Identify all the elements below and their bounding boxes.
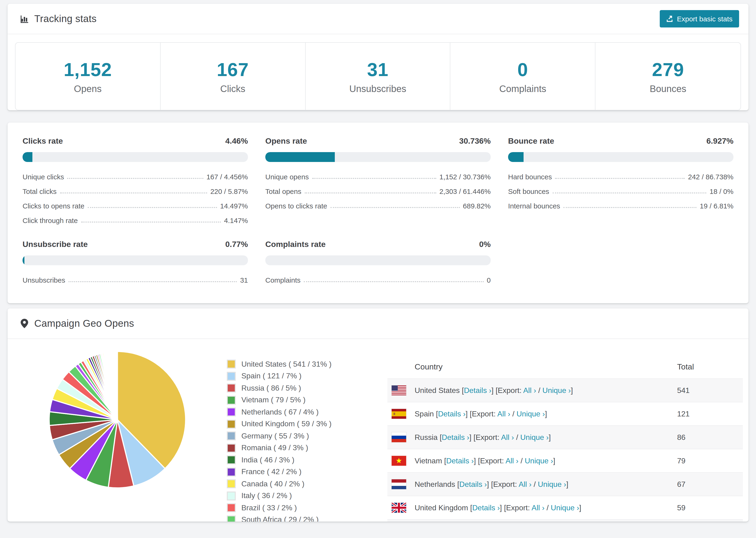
stat-label: Unique opens (265, 173, 309, 181)
export-unique-link[interactable]: Unique › (551, 504, 579, 511)
export-unique-link[interactable]: Unique › (516, 409, 545, 418)
export-all-link[interactable]: All › (519, 480, 531, 488)
rate-progress-track (265, 255, 491, 265)
legend-label: Brazil ( 33 / 2% ) (242, 504, 297, 512)
country-cell: Netherlands [Details ›] [Export: All › /… (415, 480, 677, 488)
legend-swatch (227, 456, 236, 464)
rate-title: Complaints rate (265, 240, 326, 249)
legend-swatch (227, 443, 236, 452)
bar-chart-icon (20, 14, 29, 24)
legend-item[interactable]: India ( 46 / 3% ) (227, 456, 382, 464)
legend-item[interactable]: Russia ( 86 / 5% ) (227, 384, 382, 393)
export-all-link[interactable]: All › (506, 457, 518, 464)
legend-item[interactable]: United Kingdom ( 59 / 3% ) (227, 419, 382, 428)
stat-label: Opens to clicks rate (265, 202, 327, 210)
legend-swatch (227, 431, 236, 440)
export-unique-link[interactable]: Unique › (538, 480, 566, 488)
export-icon (666, 15, 673, 22)
details-link[interactable]: Details › (438, 409, 465, 418)
rate-progress-track (23, 152, 248, 162)
details-link[interactable]: Details › (446, 457, 474, 464)
stat-value: 1,152 / 30.736% (439, 173, 491, 181)
details-link[interactable]: Details › (459, 480, 487, 488)
legend-item[interactable]: Brazil ( 33 / 2% ) (227, 503, 382, 512)
rate-value: 6.927% (706, 136, 733, 146)
legend-item[interactable]: Spain ( 121 / 7% ) (227, 372, 382, 381)
geo-table-row-vn: Vietnam [Details ›] [Export: All › / Uni… (387, 449, 743, 472)
export-unique-link[interactable]: Unique › (542, 386, 571, 394)
export-basic-stats-button[interactable]: Export basic stats (660, 10, 739, 27)
export-all-link[interactable]: All › (531, 504, 544, 511)
country-name: Spain (415, 409, 434, 418)
summary-label: Unsubscribes (310, 83, 445, 94)
stat-label: Internal bounces (508, 202, 560, 210)
country-name: Vietnam (415, 457, 442, 464)
stat-label: Clicks to opens rate (23, 202, 84, 210)
stat-label: Hard bounces (508, 173, 552, 181)
export-all-link[interactable]: All › (523, 386, 536, 394)
summary-label: Bounces (600, 83, 736, 94)
legend-item[interactable]: Italy ( 36 / 2% ) (227, 491, 382, 500)
legend-label: Russia ( 86 / 5% ) (242, 384, 301, 392)
legend-label: France ( 42 / 2% ) (242, 467, 301, 476)
rate-title: Clicks rate (23, 136, 63, 146)
stat-row: Opens to clicks rate 689.82% (265, 198, 491, 213)
legend-label: Vietnam ( 79 / 5% ) (242, 396, 305, 404)
stat-value: 220 / 5.87% (210, 187, 248, 195)
stat-value: 14.497% (220, 202, 248, 210)
stat-row: Clicks to opens rate 14.497% (23, 198, 248, 213)
rate-rows: Unique opens 1,152 / 30.736% Total opens… (265, 170, 491, 213)
summary-label: Opens (20, 83, 155, 94)
geo-table-row-de: Germany [Details ›] [Export: All › / Uni… (387, 519, 743, 521)
stat-label: Total clicks (23, 187, 57, 195)
legend-swatch (227, 407, 236, 416)
dotted-leader (330, 207, 459, 208)
legend-item[interactable]: Netherlands ( 67 / 4% ) (227, 407, 382, 416)
legend-item[interactable]: United States ( 541 / 31% ) (227, 360, 382, 368)
stat-value: 4.147% (224, 216, 248, 224)
legend-label: Spain ( 121 / 7% ) (242, 372, 301, 380)
stat-label: Complaints (265, 276, 300, 284)
rate-rows: Complaints 0 (265, 273, 491, 287)
export-all-link[interactable]: All › (497, 409, 510, 418)
dotted-leader (69, 281, 237, 282)
legend-label: Italy ( 36 / 2% ) (242, 492, 292, 500)
legend-item[interactable]: France ( 42 / 2% ) (227, 467, 382, 476)
legend-item[interactable]: South Africa ( 29 / 2% ) (227, 515, 382, 521)
export-unique-link[interactable]: Unique › (525, 457, 553, 464)
legend-label: Romania ( 49 / 3% ) (242, 444, 308, 452)
export-all-link[interactable]: All › (501, 433, 514, 441)
legend-swatch (227, 396, 236, 404)
details-link[interactable]: Details › (442, 433, 469, 441)
total-cell: 121 (677, 409, 743, 418)
stat-label: Soft bounces (508, 187, 549, 195)
stat-row: Click through rate 4.147% (23, 213, 248, 228)
bounce-rate-panel: Bounce rate 6.927% Hard bounces 242 / 86… (508, 136, 733, 228)
map-marker-icon (20, 319, 29, 328)
summary-boxes: 1,152 Opens167 Clicks31 Unsubscribes0 Co… (15, 42, 741, 110)
export-button-label: Export basic stats (677, 15, 732, 23)
legend-item[interactable]: Canada ( 40 / 2% ) (227, 479, 382, 488)
stat-row: Internal bounces 19 / 6.81% (508, 198, 733, 213)
legend-label: Germany ( 55 / 3% ) (242, 432, 309, 440)
country-column-header: Country (415, 362, 677, 372)
rate-rows: Unique clicks 167 / 4.456% Total clicks … (23, 170, 248, 228)
rate-head: Clicks rate 4.46% (23, 136, 248, 146)
details-link[interactable]: Details › (464, 386, 491, 394)
stat-row: Soft bounces 18 / 0% (508, 184, 733, 198)
export-unique-link[interactable]: Unique › (520, 433, 549, 441)
tracking-stats-title: Tracking stats (34, 13, 96, 25)
total-cell: 67 (677, 480, 743, 488)
legend-item[interactable]: Romania ( 49 / 3% ) (227, 443, 382, 452)
stat-label: Unique clicks (23, 173, 64, 181)
summary-box-unsubscribes: 31 Unsubscribes (305, 43, 451, 110)
clicks-rate-panel: Clicks rate 4.46% Unique clicks 167 / 4.… (23, 136, 248, 228)
dotted-leader (553, 192, 706, 193)
details-link[interactable]: Details › (472, 504, 500, 511)
legend-item[interactable]: Vietnam ( 79 / 5% ) (227, 396, 382, 404)
legend-swatch (227, 515, 236, 521)
total-cell: 541 (677, 386, 743, 395)
country-cell: Vietnam [Details ›] [Export: All › / Uni… (415, 457, 677, 465)
legend-item[interactable]: Germany ( 55 / 3% ) (227, 431, 382, 440)
summary-box-bounces: 279 Bounces (595, 43, 740, 110)
